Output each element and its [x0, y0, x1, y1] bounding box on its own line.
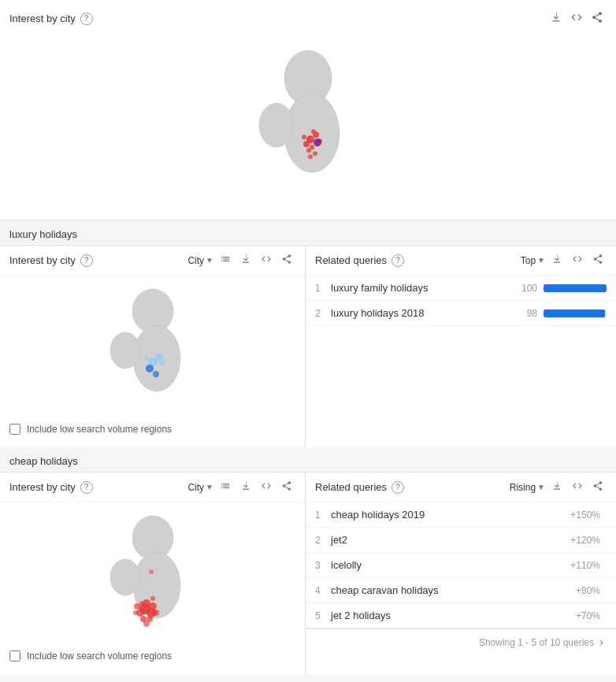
- luxury-left-help-icon[interactable]: ?: [80, 254, 93, 267]
- cheap-query-row-5: 5 jet 2 holidays +70%: [306, 603, 616, 628]
- svg-point-34: [153, 610, 159, 616]
- cheap-right-help-icon[interactable]: ?: [391, 481, 404, 494]
- luxury-map-svg: [74, 284, 232, 410]
- svg-point-16: [110, 332, 140, 369]
- luxury-top-dropdown[interactable]: Top ▼: [521, 255, 545, 266]
- cheap-query-row-3: 3 icelolly +110%: [306, 553, 616, 578]
- cheap-pagination-next-label: ›: [599, 636, 603, 648]
- svg-point-8: [302, 135, 306, 139]
- cheap-right-header-left: Related queries ?: [315, 481, 404, 494]
- cheap-query-num-1: 1: [315, 510, 331, 521]
- svg-point-12: [308, 154, 313, 159]
- cheap-query-value-2: +120%: [561, 535, 600, 546]
- luxury-right-panel: Related queries ? Top ▼ 1: [306, 246, 616, 447]
- cheap-query-row-4: 4 cheap caravan holidays +80%: [306, 578, 616, 603]
- cheap-right-header: Related queries ? Rising ▼: [306, 473, 616, 502]
- luxury-query-value-1: 100: [514, 283, 537, 294]
- cheap-query-num-3: 3: [315, 560, 331, 571]
- cheap-right-embed-btn[interactable]: [569, 479, 586, 495]
- svg-point-38: [143, 621, 150, 627]
- cheap-interest-title: Interest by city: [9, 481, 76, 493]
- cheap-city-chevron: ▼: [206, 483, 213, 491]
- luxury-left-download-btn[interactable]: [237, 252, 254, 269]
- cheap-checkbox-row: Include low search volume regions: [0, 644, 305, 668]
- svg-point-5: [303, 141, 310, 147]
- cheap-city-dropdown[interactable]: City ▼: [187, 482, 213, 493]
- cheap-left-header-right: City ▼: [187, 479, 295, 495]
- cheap-map-svg: [74, 510, 232, 636]
- cheap-left-help-icon[interactable]: ?: [80, 481, 93, 494]
- cheap-right-panel: Related queries ? Rising ▼: [306, 473, 616, 674]
- luxury-left-list-btn[interactable]: [217, 252, 234, 269]
- cheap-query-label-3: icelolly: [331, 559, 561, 571]
- svg-point-10: [306, 148, 311, 153]
- cheap-left-download-btn[interactable]: [237, 479, 254, 495]
- svg-point-35: [139, 601, 144, 606]
- cheap-checkbox-label: Include low search volume regions: [27, 650, 172, 662]
- cheap-pagination-text: Showing 1 - 5 of 10 queries: [479, 637, 594, 648]
- svg-point-30: [149, 602, 157, 610]
- luxury-right-embed-btn[interactable]: [569, 252, 586, 269]
- luxury-query-bar-wrap-2: [544, 309, 607, 317]
- luxury-panels-row: Interest by city ? City ▼: [0, 245, 616, 447]
- luxury-query-bar-1: [544, 284, 607, 292]
- luxury-left-share-btn[interactable]: [278, 252, 295, 269]
- luxury-city-dropdown-label: City: [187, 255, 204, 266]
- svg-point-21: [159, 359, 165, 365]
- luxury-interest-title: Interest by city: [9, 254, 76, 266]
- cheap-divider: cheap holidays: [0, 447, 616, 472]
- svg-point-37: [133, 610, 138, 615]
- svg-point-11: [314, 139, 321, 146]
- cheap-low-volume-checkbox[interactable]: [9, 650, 20, 662]
- cheap-query-label-1: cheap holidays 2019: [331, 509, 561, 521]
- luxury-right-header-right: Top ▼: [521, 252, 607, 269]
- cheap-left-share-btn[interactable]: [278, 479, 295, 495]
- luxury-low-volume-checkbox[interactable]: [9, 424, 20, 435]
- cheap-query-num-2: 2: [315, 535, 331, 546]
- luxury-query-bar-wrap-1: [544, 284, 607, 292]
- luxury-checkbox-row: Include low search volume regions: [0, 417, 305, 441]
- top-share-btn[interactable]: [588, 9, 607, 28]
- cheap-left-embed-btn[interactable]: [258, 479, 275, 495]
- cheap-right-share-btn[interactable]: [589, 479, 607, 495]
- top-download-btn[interactable]: [547, 9, 566, 28]
- luxury-left-header-left: Interest by city ?: [9, 254, 93, 267]
- svg-point-33: [134, 603, 140, 610]
- luxury-divider: luxury holidays: [0, 221, 616, 245]
- svg-point-39: [149, 569, 154, 574]
- cheap-bottom-nav: Showing 1 - 5 of 10 queries ›: [306, 628, 616, 654]
- luxury-city-dropdown[interactable]: City ▼: [187, 255, 213, 266]
- cheap-pagination-next-btn[interactable]: ›: [596, 634, 607, 650]
- cheap-query-label-5: jet 2 holidays: [331, 610, 561, 621]
- cheap-left-panel: Interest by city ? City ▼: [0, 473, 306, 674]
- luxury-query-num-2: 2: [315, 308, 331, 319]
- top-embed-btn[interactable]: [567, 9, 586, 28]
- cheap-rising-dropdown[interactable]: Rising ▼: [510, 482, 545, 493]
- svg-point-20: [153, 371, 159, 377]
- top-section-title: Interest by city: [9, 13, 76, 24]
- luxury-left-embed-btn[interactable]: [258, 252, 275, 269]
- luxury-checkbox-label: Include low search volume regions: [27, 424, 172, 435]
- cheap-query-row-1: 1 cheap holidays 2019 +150%: [306, 502, 616, 528]
- luxury-right-share-btn[interactable]: [589, 252, 607, 269]
- cheap-left-list-btn[interactable]: [217, 479, 234, 495]
- cheap-query-value-4: +80%: [561, 585, 600, 596]
- luxury-left-panel: Interest by city ? City ▼: [0, 246, 306, 447]
- luxury-query-bar-2: [544, 309, 605, 317]
- cheap-panels-row: Interest by city ? City ▼: [0, 472, 616, 674]
- luxury-right-download-btn[interactable]: [548, 252, 566, 269]
- luxury-right-header: Related queries ? Top ▼: [306, 246, 616, 276]
- luxury-top-chevron: ▼: [537, 256, 545, 265]
- top-header-icons: [547, 9, 607, 28]
- luxury-top-dropdown-label: Top: [521, 255, 536, 266]
- luxury-right-help-icon[interactable]: ?: [391, 254, 404, 267]
- cheap-rising-chevron: ▼: [537, 483, 545, 491]
- top-help-icon[interactable]: ?: [80, 13, 93, 25]
- cheap-query-label-2: jet2: [331, 534, 561, 546]
- luxury-query-value-2: 98: [514, 308, 537, 319]
- cheap-right-download-btn[interactable]: [548, 479, 566, 495]
- top-map-svg: [217, 46, 399, 204]
- luxury-query-num-1: 1: [315, 283, 331, 294]
- cheap-query-row-2: 2 jet2 +120%: [306, 528, 616, 553]
- luxury-left-header-right: City ▼: [187, 252, 295, 269]
